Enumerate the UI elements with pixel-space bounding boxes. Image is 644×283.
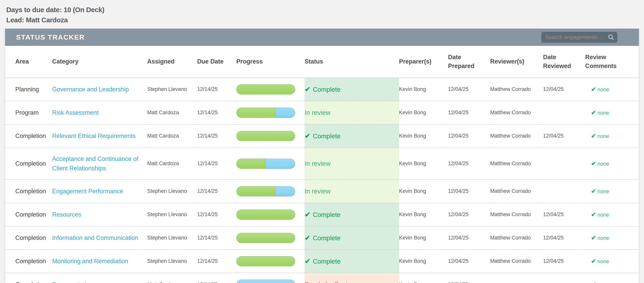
- area-cell: Completion: [5, 226, 52, 250]
- table-row: Program Risk Assessment Matt Cardoza 12/…: [5, 101, 639, 124]
- magnifier-icon[interactable]: [608, 34, 614, 41]
- assigned-cell: Matt Cardoza: [147, 124, 197, 148]
- category-link[interactable]: Relevant Ethical Requirements: [52, 131, 136, 141]
- progress-bar: [236, 108, 295, 118]
- status-cell: ✔Complete: [304, 124, 399, 148]
- table-row: Completion Resources Stephen Llevano 12/…: [5, 203, 639, 226]
- assigned-cell: Stephen Llevano: [147, 180, 197, 203]
- category-link[interactable]: Risk Assessment: [52, 108, 98, 118]
- preparers-cell: Kevin Bong: [399, 124, 448, 148]
- progress-fill: [236, 233, 295, 243]
- assigned-cell: Matt Cardoza: [147, 148, 197, 180]
- progress-bar: [236, 233, 295, 243]
- category-link[interactable]: Engagement Performance: [52, 186, 123, 196]
- search-input[interactable]: [545, 34, 608, 40]
- preparers-cell: Kevin Bong: [399, 101, 448, 124]
- assigned-cell: Stephen Llevano: [147, 226, 197, 250]
- progress-bar: [236, 158, 295, 169]
- status-tracker-table: Area Category Assigned Due Date Progress…: [5, 46, 639, 283]
- reviewers-cell: Matthew Corrado: [490, 203, 543, 226]
- review-comments-label: none: [597, 212, 609, 218]
- preparers-cell: Kevin Bong: [399, 273, 448, 283]
- date-reviewed-cell: 12/04/25: [543, 226, 585, 250]
- reviewers-cell: Matthew Corrado: [490, 250, 543, 273]
- progress-bar: [236, 186, 295, 196]
- status-cell: ✔Complete: [304, 250, 399, 273]
- preparers-cell: Kevin Bong: [399, 203, 448, 226]
- preparers-cell: Kevin Bong: [399, 250, 448, 273]
- progress-fill: [236, 158, 266, 169]
- reviewers-cell: Matthew Corrado: [490, 226, 543, 250]
- category-link[interactable]: Governance and Leadership: [52, 85, 129, 94]
- review-comments-cell: ✔none: [585, 78, 639, 101]
- status-label: Complete: [313, 234, 340, 242]
- status-label: In review: [304, 188, 330, 195]
- check-icon: ✔: [591, 258, 596, 264]
- progress-cell: [236, 101, 304, 124]
- category-link[interactable]: Acceptance and Continuance of Client Rel…: [52, 154, 142, 173]
- progress-cell: [236, 124, 304, 148]
- review-comments-cell: ✔none: [585, 148, 639, 180]
- check-icon: ✔: [304, 85, 310, 93]
- status-label: Ready for Review: [304, 281, 356, 283]
- col-header-review-comments: Review Comments: [585, 46, 639, 78]
- date-prepared-cell: 12/04/25: [448, 124, 490, 148]
- progress-cell: [236, 180, 304, 203]
- review-comments-label: none: [597, 258, 609, 264]
- category-cell: Relevant Ethical Requirements: [52, 124, 147, 148]
- col-header-status: Status: [304, 46, 399, 78]
- status-label: In review: [304, 109, 330, 116]
- area-cell: Completion: [5, 124, 52, 148]
- status-cell: ✔Complete: [304, 78, 399, 101]
- area-cell: Completion: [5, 180, 52, 203]
- review-comments-label: none: [597, 161, 609, 167]
- progress-cell: [236, 226, 304, 250]
- check-icon: ✔: [591, 281, 596, 283]
- progress-fill: [236, 210, 295, 220]
- check-icon: ✔: [591, 160, 596, 167]
- progress-fill: [236, 108, 276, 118]
- area-cell: Completion: [5, 148, 52, 180]
- progress-fill: [236, 131, 295, 141]
- progress-bar: [236, 131, 295, 141]
- category-cell: Resources: [52, 203, 147, 226]
- category-link[interactable]: Monitoring and Remediation: [52, 256, 128, 266]
- table-row: Completion Information and Communication…: [5, 226, 639, 250]
- category-cell: Governance and Leadership: [52, 78, 147, 101]
- table-row: Completion Engagement Performance Stephe…: [5, 180, 639, 203]
- status-cell: ✔Complete: [304, 203, 399, 226]
- date-reviewed-cell: 12/04/25: [543, 203, 585, 226]
- area-cell: Completion: [5, 203, 52, 226]
- check-icon: ✔: [591, 132, 596, 139]
- date-prepared-cell: 12/04/25: [448, 180, 490, 203]
- category-link[interactable]: Resources: [52, 210, 81, 219]
- date-prepared-cell: 12/04/25: [448, 273, 490, 283]
- progress-cell: [236, 203, 304, 226]
- preparers-cell: Kevin Bong: [399, 226, 448, 250]
- date-reviewed-cell: [543, 101, 585, 124]
- check-icon: ✔: [304, 210, 310, 218]
- col-header-date-reviewed: Date Reviewed: [543, 46, 585, 78]
- due-date-cell: 12/14/25: [197, 180, 236, 203]
- category-cell: Engagement Performance: [52, 180, 147, 203]
- date-reviewed-cell: [543, 273, 585, 283]
- progress-fill: [236, 84, 295, 94]
- col-header-reviewers: Reviewer(s): [490, 46, 543, 78]
- review-comments-label: none: [597, 282, 609, 283]
- category-link[interactable]: Information and Communication: [52, 233, 138, 243]
- status-label: Complete: [313, 258, 340, 265]
- category-cell: Monitoring and Remediation: [52, 250, 147, 273]
- category-link[interactable]: Documentation: [52, 280, 93, 283]
- area-cell: Program: [5, 101, 52, 124]
- date-prepared-cell: 12/04/25: [448, 250, 490, 273]
- review-comments-cell: ✔none: [585, 203, 639, 226]
- reviewers-cell: Matthew Corrado: [490, 101, 543, 124]
- col-header-progress: Progress: [236, 46, 304, 78]
- check-icon: ✔: [591, 86, 596, 93]
- search-box[interactable]: [541, 32, 617, 43]
- date-prepared-cell: 12/04/25: [448, 101, 490, 124]
- check-icon: ✔: [591, 109, 596, 116]
- due-date-cell: 12/14/25: [197, 203, 236, 226]
- date-prepared-cell: 12/04/25: [448, 203, 490, 226]
- due-date-cell: 12/14/25: [197, 250, 236, 273]
